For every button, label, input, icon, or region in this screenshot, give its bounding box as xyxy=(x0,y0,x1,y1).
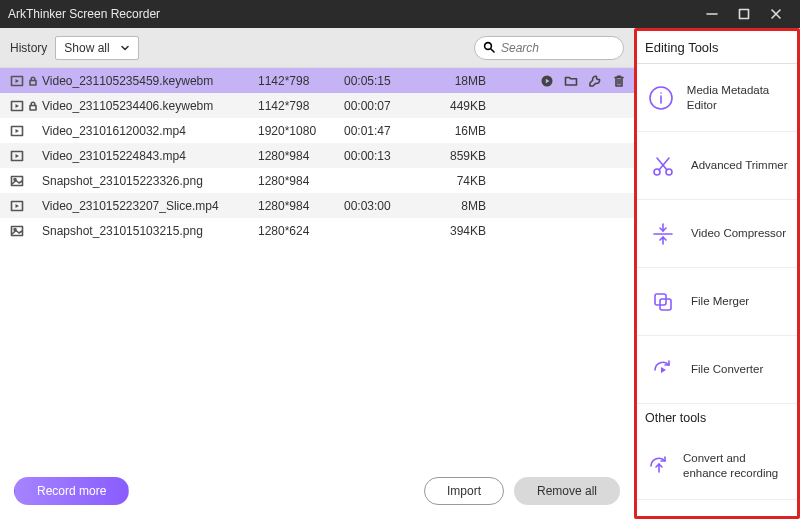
video-icon xyxy=(8,74,26,88)
chevron-down-icon xyxy=(120,43,130,53)
file-resolution: 1920*1080 xyxy=(258,124,344,138)
file-size: 16MB xyxy=(424,124,496,138)
tool-scissors[interactable]: Advanced Trimmer xyxy=(637,132,797,200)
titlebar: ArkThinker Screen Recorder xyxy=(0,0,800,28)
tool-convert[interactable]: File Converter xyxy=(637,336,797,404)
file-name: Video_231105235459.keywebm xyxy=(40,74,258,88)
tool-label: File Converter xyxy=(691,362,763,376)
svg-rect-1 xyxy=(740,10,749,19)
file-row[interactable]: Video_231015224843.mp41280*98400:00:1385… xyxy=(0,143,634,168)
svg-point-4 xyxy=(485,42,492,49)
video-icon xyxy=(8,199,26,213)
tool-compress[interactable]: Video Compressor xyxy=(637,200,797,268)
file-row[interactable]: Video_231105235459.keywebm1142*79800:05:… xyxy=(0,68,634,93)
video-icon xyxy=(8,149,26,163)
search-input[interactable] xyxy=(501,41,615,55)
svg-line-5 xyxy=(491,49,494,52)
file-name: Video_231105234406.keywebm xyxy=(40,99,258,113)
main-panel: History Show all Video_231105235459.keyw… xyxy=(0,28,634,519)
toolbar: History Show all xyxy=(0,28,634,68)
filter-dropdown[interactable]: Show all xyxy=(55,36,139,60)
file-duration: 00:00:07 xyxy=(344,99,424,113)
tool-info[interactable]: Media Metadata Editor xyxy=(637,64,797,132)
file-row[interactable]: Snapshot_231015223326.png1280*98474KB xyxy=(0,168,634,193)
record-more-button[interactable]: Record more xyxy=(14,477,129,505)
file-resolution: 1142*798 xyxy=(258,74,344,88)
other-tools-header: Other tools xyxy=(637,404,797,432)
file-name: Video_231015223207_Slice.mp4 xyxy=(40,199,258,213)
svg-marker-19 xyxy=(16,154,20,158)
file-row[interactable]: Video_231015223207_Slice.mp41280*98400:0… xyxy=(0,193,634,218)
file-duration: 00:05:15 xyxy=(344,74,424,88)
history-label: History xyxy=(10,41,47,55)
file-duration: 00:00:13 xyxy=(344,149,424,163)
search-icon xyxy=(483,39,495,57)
other-tool-enhance[interactable]: Convert and enhance recording xyxy=(637,432,797,500)
tool-label: File Merger xyxy=(691,294,749,308)
file-name: Snapshot_231015223326.png xyxy=(40,174,258,188)
tools-icon[interactable] xyxy=(588,74,602,88)
file-resolution: 1142*798 xyxy=(258,99,344,113)
maximize-button[interactable] xyxy=(728,0,760,28)
merge-icon xyxy=(645,284,681,320)
file-duration: 00:03:00 xyxy=(344,199,424,213)
compress-icon xyxy=(645,216,681,252)
file-duration: 00:01:47 xyxy=(344,124,424,138)
remove-all-button[interactable]: Remove all xyxy=(514,477,620,505)
app-title: ArkThinker Screen Recorder xyxy=(8,7,160,21)
image-icon xyxy=(8,224,26,238)
close-button[interactable] xyxy=(760,0,792,28)
tool-label: Convert and enhance recording xyxy=(683,451,789,480)
file-resolution: 1280*984 xyxy=(258,149,344,163)
svg-marker-14 xyxy=(16,104,20,108)
file-row[interactable]: Snapshot_231015103215.png1280*624394KB xyxy=(0,218,634,243)
play-icon[interactable] xyxy=(540,74,554,88)
file-name: Video_231015224843.mp4 xyxy=(40,149,258,163)
file-name: Snapshot_231015103215.png xyxy=(40,224,258,238)
file-size: 859KB xyxy=(424,149,496,163)
file-size: 74KB xyxy=(424,174,496,188)
file-resolution: 1280*984 xyxy=(258,174,344,188)
file-size: 8MB xyxy=(424,199,496,213)
editing-tools-header: Editing Tools xyxy=(637,31,797,64)
file-size: 394KB xyxy=(424,224,496,238)
scissors-icon xyxy=(645,148,681,184)
svg-marker-38 xyxy=(661,367,666,373)
tool-label: Video Compressor xyxy=(691,226,786,240)
enhance-icon xyxy=(645,448,673,484)
minimize-button[interactable] xyxy=(696,0,728,28)
file-resolution: 1280*984 xyxy=(258,199,344,213)
delete-icon[interactable] xyxy=(612,74,626,88)
file-resolution: 1280*624 xyxy=(258,224,344,238)
tool-merge[interactable]: File Merger xyxy=(637,268,797,336)
info-icon xyxy=(645,80,677,116)
search-box[interactable] xyxy=(474,36,624,60)
tool-label: Media Metadata Editor xyxy=(687,83,789,112)
file-row[interactable]: Video_231105234406.keywebm1142*79800:00:… xyxy=(0,93,634,118)
svg-line-31 xyxy=(659,158,669,170)
svg-marker-23 xyxy=(16,204,20,208)
file-list: Video_231105235459.keywebm1142*79800:05:… xyxy=(0,68,634,463)
convert-icon xyxy=(645,352,681,388)
footer: Record more Import Remove all xyxy=(0,463,634,519)
svg-marker-17 xyxy=(16,129,20,133)
lock-icon xyxy=(26,101,40,111)
svg-point-28 xyxy=(660,92,662,94)
import-button[interactable]: Import xyxy=(424,477,504,505)
file-size: 18MB xyxy=(424,74,496,88)
file-size: 449KB xyxy=(424,99,496,113)
lock-icon xyxy=(26,76,40,86)
svg-line-32 xyxy=(657,158,667,170)
file-name: Video_231016120032.mp4 xyxy=(40,124,258,138)
video-icon xyxy=(8,124,26,138)
file-row[interactable]: Video_231016120032.mp41920*108000:01:471… xyxy=(0,118,634,143)
folder-icon[interactable] xyxy=(564,74,578,88)
image-icon xyxy=(8,174,26,188)
filter-value: Show all xyxy=(64,41,109,55)
tools-sidebar: Editing Tools Media Metadata EditorAdvan… xyxy=(634,28,800,519)
tool-label: Advanced Trimmer xyxy=(691,158,788,172)
svg-marker-7 xyxy=(16,79,20,83)
video-icon xyxy=(8,99,26,113)
